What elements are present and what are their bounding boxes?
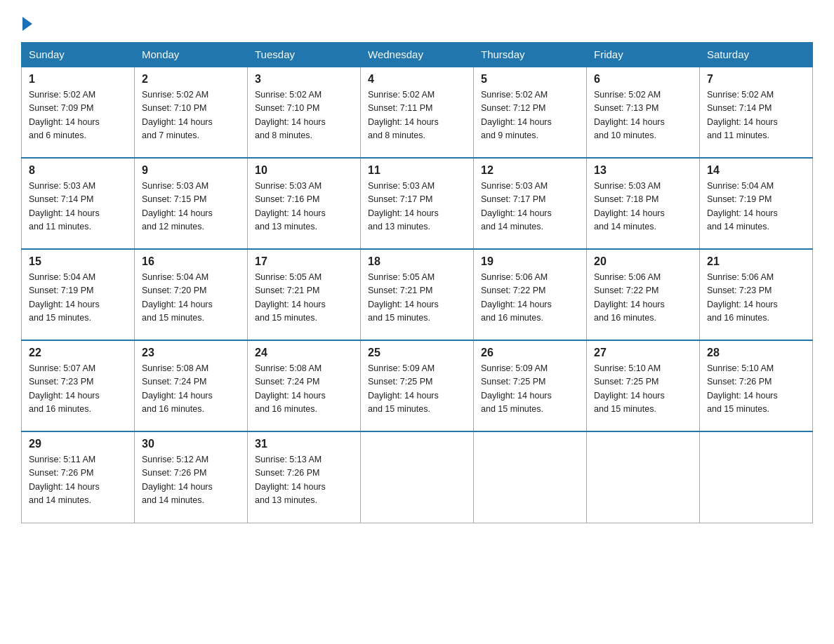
- day-info: Sunrise: 5:06 AMSunset: 7:23 PMDaylight:…: [707, 271, 805, 326]
- logo: [21, 14, 32, 31]
- calendar-cell: 8Sunrise: 5:03 AMSunset: 7:14 PMDaylight…: [22, 158, 135, 249]
- day-info: Sunrise: 5:02 AMSunset: 7:12 PMDaylight:…: [481, 88, 579, 143]
- calendar-header: SundayMondayTuesdayWednesdayThursdayFrid…: [22, 43, 813, 67]
- calendar-cell: 28Sunrise: 5:10 AMSunset: 7:26 PMDayligh…: [700, 340, 813, 431]
- day-number: 12: [481, 164, 579, 177]
- day-number: 20: [594, 255, 692, 268]
- calendar-cell: 30Sunrise: 5:12 AMSunset: 7:26 PMDayligh…: [135, 431, 248, 523]
- calendar-cell: 9Sunrise: 5:03 AMSunset: 7:15 PMDaylight…: [135, 158, 248, 249]
- weekday-header-friday: Friday: [587, 43, 700, 67]
- day-info: Sunrise: 5:04 AMSunset: 7:19 PMDaylight:…: [29, 271, 127, 326]
- calendar-cell: 15Sunrise: 5:04 AMSunset: 7:19 PMDayligh…: [22, 249, 135, 340]
- calendar-cell: 7Sunrise: 5:02 AMSunset: 7:14 PMDaylight…: [700, 67, 813, 158]
- day-number: 25: [368, 347, 466, 359]
- calendar-cell: 13Sunrise: 5:03 AMSunset: 7:18 PMDayligh…: [587, 158, 700, 249]
- logo-arrow-icon: [22, 17, 32, 31]
- day-number: 11: [368, 164, 466, 177]
- day-number: 9: [142, 164, 240, 177]
- calendar-cell: 2Sunrise: 5:02 AMSunset: 7:10 PMDaylight…: [135, 67, 248, 158]
- day-info: Sunrise: 5:09 AMSunset: 7:25 PMDaylight:…: [481, 362, 579, 417]
- day-number: 5: [481, 73, 579, 86]
- day-number: 15: [29, 255, 127, 268]
- day-info: Sunrise: 5:05 AMSunset: 7:21 PMDaylight:…: [255, 271, 353, 326]
- day-info: Sunrise: 5:03 AMSunset: 7:17 PMDaylight:…: [481, 180, 579, 234]
- calendar-cell: 14Sunrise: 5:04 AMSunset: 7:19 PMDayligh…: [700, 158, 813, 249]
- day-info: Sunrise: 5:03 AMSunset: 7:15 PMDaylight:…: [142, 180, 240, 234]
- day-info: Sunrise: 5:10 AMSunset: 7:25 PMDaylight:…: [594, 362, 692, 417]
- day-number: 2: [142, 73, 240, 86]
- day-number: 18: [368, 255, 466, 268]
- calendar-cell: 10Sunrise: 5:03 AMSunset: 7:16 PMDayligh…: [248, 158, 361, 249]
- calendar-cell: 5Sunrise: 5:02 AMSunset: 7:12 PMDaylight…: [474, 67, 587, 158]
- calendar-table: SundayMondayTuesdayWednesdayThursdayFrid…: [21, 42, 813, 523]
- calendar-cell: 21Sunrise: 5:06 AMSunset: 7:23 PMDayligh…: [700, 249, 813, 340]
- day-number: 28: [707, 347, 805, 359]
- calendar-cell: [474, 431, 587, 523]
- day-number: 23: [142, 347, 240, 359]
- day-number: 21: [707, 255, 805, 268]
- day-info: Sunrise: 5:08 AMSunset: 7:24 PMDaylight:…: [142, 362, 240, 417]
- day-info: Sunrise: 5:04 AMSunset: 7:19 PMDaylight:…: [707, 180, 805, 234]
- day-number: 29: [29, 438, 127, 450]
- calendar-cell: 12Sunrise: 5:03 AMSunset: 7:17 PMDayligh…: [474, 158, 587, 249]
- weekday-header-saturday: Saturday: [700, 43, 813, 67]
- calendar-week-1: 1Sunrise: 5:02 AMSunset: 7:09 PMDaylight…: [22, 67, 813, 158]
- day-number: 31: [255, 438, 353, 450]
- calendar-cell: [587, 431, 700, 523]
- weekday-header-sunday: Sunday: [22, 43, 135, 67]
- calendar-cell: 25Sunrise: 5:09 AMSunset: 7:25 PMDayligh…: [361, 340, 474, 431]
- page-header: [21, 14, 813, 31]
- day-number: 17: [255, 255, 353, 268]
- day-info: Sunrise: 5:12 AMSunset: 7:26 PMDaylight:…: [142, 453, 240, 508]
- calendar-cell: 23Sunrise: 5:08 AMSunset: 7:24 PMDayligh…: [135, 340, 248, 431]
- day-number: 4: [368, 73, 466, 86]
- calendar-week-5: 29Sunrise: 5:11 AMSunset: 7:26 PMDayligh…: [22, 431, 813, 523]
- calendar-cell: 16Sunrise: 5:04 AMSunset: 7:20 PMDayligh…: [135, 249, 248, 340]
- day-number: 1: [29, 73, 127, 86]
- day-number: 7: [707, 73, 805, 86]
- calendar-cell: [361, 431, 474, 523]
- weekday-header-monday: Monday: [135, 43, 248, 67]
- day-info: Sunrise: 5:02 AMSunset: 7:11 PMDaylight:…: [368, 88, 466, 143]
- calendar-cell: 24Sunrise: 5:08 AMSunset: 7:24 PMDayligh…: [248, 340, 361, 431]
- day-number: 26: [481, 347, 579, 359]
- day-info: Sunrise: 5:03 AMSunset: 7:18 PMDaylight:…: [594, 180, 692, 234]
- day-info: Sunrise: 5:02 AMSunset: 7:10 PMDaylight:…: [142, 88, 240, 143]
- day-info: Sunrise: 5:03 AMSunset: 7:14 PMDaylight:…: [29, 180, 127, 234]
- day-info: Sunrise: 5:05 AMSunset: 7:21 PMDaylight:…: [368, 271, 466, 326]
- calendar-cell: 19Sunrise: 5:06 AMSunset: 7:22 PMDayligh…: [474, 249, 587, 340]
- calendar-week-2: 8Sunrise: 5:03 AMSunset: 7:14 PMDaylight…: [22, 158, 813, 249]
- calendar-cell: 3Sunrise: 5:02 AMSunset: 7:10 PMDaylight…: [248, 67, 361, 158]
- day-number: 16: [142, 255, 240, 268]
- calendar-cell: 29Sunrise: 5:11 AMSunset: 7:26 PMDayligh…: [22, 431, 135, 523]
- calendar-cell: 20Sunrise: 5:06 AMSunset: 7:22 PMDayligh…: [587, 249, 700, 340]
- day-info: Sunrise: 5:13 AMSunset: 7:26 PMDaylight:…: [255, 453, 353, 508]
- day-info: Sunrise: 5:02 AMSunset: 7:09 PMDaylight:…: [29, 88, 127, 143]
- calendar-cell: 22Sunrise: 5:07 AMSunset: 7:23 PMDayligh…: [22, 340, 135, 431]
- day-number: 24: [255, 347, 353, 359]
- day-number: 10: [255, 164, 353, 177]
- day-info: Sunrise: 5:04 AMSunset: 7:20 PMDaylight:…: [142, 271, 240, 326]
- calendar-week-4: 22Sunrise: 5:07 AMSunset: 7:23 PMDayligh…: [22, 340, 813, 431]
- day-info: Sunrise: 5:02 AMSunset: 7:13 PMDaylight:…: [594, 88, 692, 143]
- calendar-cell: 1Sunrise: 5:02 AMSunset: 7:09 PMDaylight…: [22, 67, 135, 158]
- day-info: Sunrise: 5:02 AMSunset: 7:14 PMDaylight:…: [707, 88, 805, 143]
- day-info: Sunrise: 5:03 AMSunset: 7:17 PMDaylight:…: [368, 180, 466, 234]
- day-info: Sunrise: 5:10 AMSunset: 7:26 PMDaylight:…: [707, 362, 805, 417]
- calendar-cell: 27Sunrise: 5:10 AMSunset: 7:25 PMDayligh…: [587, 340, 700, 431]
- day-info: Sunrise: 5:02 AMSunset: 7:10 PMDaylight:…: [255, 88, 353, 143]
- calendar-cell: 6Sunrise: 5:02 AMSunset: 7:13 PMDaylight…: [587, 67, 700, 158]
- weekday-header-wednesday: Wednesday: [361, 43, 474, 67]
- day-info: Sunrise: 5:06 AMSunset: 7:22 PMDaylight:…: [594, 271, 692, 326]
- day-info: Sunrise: 5:11 AMSunset: 7:26 PMDaylight:…: [29, 453, 127, 508]
- calendar-cell: 4Sunrise: 5:02 AMSunset: 7:11 PMDaylight…: [361, 67, 474, 158]
- calendar-cell: 31Sunrise: 5:13 AMSunset: 7:26 PMDayligh…: [248, 431, 361, 523]
- day-number: 27: [594, 347, 692, 359]
- day-info: Sunrise: 5:06 AMSunset: 7:22 PMDaylight:…: [481, 271, 579, 326]
- calendar-cell: 26Sunrise: 5:09 AMSunset: 7:25 PMDayligh…: [474, 340, 587, 431]
- calendar-cell: 11Sunrise: 5:03 AMSunset: 7:17 PMDayligh…: [361, 158, 474, 249]
- calendar-cell: 17Sunrise: 5:05 AMSunset: 7:21 PMDayligh…: [248, 249, 361, 340]
- calendar-cell: 18Sunrise: 5:05 AMSunset: 7:21 PMDayligh…: [361, 249, 474, 340]
- calendar-week-3: 15Sunrise: 5:04 AMSunset: 7:19 PMDayligh…: [22, 249, 813, 340]
- day-number: 13: [594, 164, 692, 177]
